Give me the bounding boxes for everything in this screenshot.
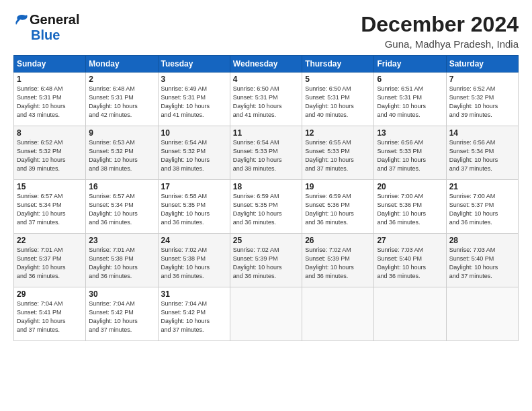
header-tuesday: Tuesday	[158, 56, 230, 73]
week-row-3: 15Sunrise: 6:57 AM Sunset: 5:34 PM Dayli…	[14, 180, 519, 234]
table-row: 10Sunrise: 6:54 AM Sunset: 5:32 PM Dayli…	[158, 126, 230, 180]
day-number: 17	[161, 182, 227, 191]
table-row: 13Sunrise: 6:56 AM Sunset: 5:33 PM Dayli…	[374, 126, 446, 180]
day-number: 30	[89, 289, 154, 299]
day-info: Sunrise: 6:48 AM Sunset: 5:31 PM Dayligh…	[17, 85, 83, 120]
table-row: 31Sunrise: 7:04 AM Sunset: 5:42 PM Dayli…	[158, 287, 230, 341]
day-info: Sunrise: 6:49 AM Sunset: 5:31 PM Dayligh…	[161, 85, 227, 120]
table-row	[374, 287, 446, 341]
day-info: Sunrise: 6:59 AM Sunset: 5:36 PM Dayligh…	[305, 192, 371, 227]
table-row	[302, 287, 374, 341]
day-info: Sunrise: 7:04 AM Sunset: 5:42 PM Dayligh…	[161, 300, 227, 334]
logo-text-general: General	[30, 12, 79, 28]
day-info: Sunrise: 6:52 AM Sunset: 5:32 PM Dayligh…	[449, 85, 515, 120]
table-row: 3Sunrise: 6:49 AM Sunset: 5:31 PM Daylig…	[158, 73, 230, 126]
table-row: 11Sunrise: 6:54 AM Sunset: 5:33 PM Dayli…	[230, 126, 302, 180]
day-info: Sunrise: 7:03 AM Sunset: 5:40 PM Dayligh…	[449, 246, 515, 281]
day-number: 27	[377, 236, 443, 245]
table-row: 17Sunrise: 6:58 AM Sunset: 5:35 PM Dayli…	[158, 180, 230, 234]
day-number: 4	[233, 75, 299, 84]
logo: General Blue	[13, 12, 79, 43]
day-number: 18	[233, 182, 299, 191]
table-row: 28Sunrise: 7:03 AM Sunset: 5:40 PM Dayli…	[446, 234, 518, 287]
day-info: Sunrise: 6:54 AM Sunset: 5:33 PM Dayligh…	[233, 138, 299, 173]
day-number: 25	[233, 236, 299, 245]
header-wednesday: Wednesday	[230, 56, 302, 73]
table-row: 29Sunrise: 7:04 AM Sunset: 5:41 PM Dayli…	[14, 287, 86, 341]
title-block: December 2024 Guna, Madhya Pradesh, Indi…	[361, 12, 519, 50]
table-row	[230, 287, 302, 341]
day-info: Sunrise: 6:55 AM Sunset: 5:33 PM Dayligh…	[305, 138, 371, 173]
day-number: 3	[161, 75, 227, 84]
day-number: 31	[161, 289, 227, 299]
day-number: 24	[161, 236, 227, 245]
header-saturday: Saturday	[446, 56, 518, 73]
table-row: 5Sunrise: 6:50 AM Sunset: 5:31 PM Daylig…	[302, 73, 374, 126]
logo-bird-icon	[13, 14, 28, 26]
day-info: Sunrise: 7:01 AM Sunset: 5:37 PM Dayligh…	[17, 246, 83, 281]
day-info: Sunrise: 7:02 AM Sunset: 5:38 PM Dayligh…	[161, 246, 227, 281]
table-row: 26Sunrise: 7:02 AM Sunset: 5:39 PM Dayli…	[302, 234, 374, 287]
day-number: 5	[305, 75, 371, 84]
day-info: Sunrise: 7:00 AM Sunset: 5:36 PM Dayligh…	[377, 192, 443, 227]
day-number: 22	[17, 236, 83, 245]
table-row: 2Sunrise: 6:48 AM Sunset: 5:31 PM Daylig…	[86, 73, 158, 126]
day-info: Sunrise: 7:04 AM Sunset: 5:42 PM Dayligh…	[89, 300, 154, 334]
day-number: 9	[89, 128, 154, 138]
day-info: Sunrise: 7:02 AM Sunset: 5:39 PM Dayligh…	[305, 246, 371, 281]
header-friday: Friday	[374, 56, 446, 73]
table-row: 15Sunrise: 6:57 AM Sunset: 5:34 PM Dayli…	[14, 180, 86, 234]
day-number: 23	[89, 236, 154, 245]
table-row: 6Sunrise: 6:51 AM Sunset: 5:31 PM Daylig…	[374, 73, 446, 126]
table-row: 16Sunrise: 6:57 AM Sunset: 5:34 PM Dayli…	[86, 180, 158, 234]
table-row: 25Sunrise: 7:02 AM Sunset: 5:39 PM Dayli…	[230, 234, 302, 287]
week-row-4: 22Sunrise: 7:01 AM Sunset: 5:37 PM Dayli…	[14, 234, 519, 287]
day-info: Sunrise: 6:53 AM Sunset: 5:32 PM Dayligh…	[89, 138, 154, 173]
day-info: Sunrise: 7:02 AM Sunset: 5:39 PM Dayligh…	[233, 246, 299, 281]
day-number: 16	[89, 182, 154, 191]
calendar-subtitle: Guna, Madhya Pradesh, India	[361, 38, 519, 50]
day-info: Sunrise: 7:00 AM Sunset: 5:37 PM Dayligh…	[449, 192, 515, 227]
day-number: 14	[449, 128, 515, 138]
day-number: 21	[449, 182, 515, 191]
day-info: Sunrise: 6:57 AM Sunset: 5:34 PM Dayligh…	[17, 192, 83, 227]
header-sunday: Sunday	[14, 56, 86, 73]
day-number: 1	[17, 75, 83, 84]
page: General Blue December 2024 Guna, Madhya …	[0, 0, 532, 411]
calendar-title: December 2024	[361, 12, 519, 37]
day-number: 2	[89, 75, 154, 84]
header-monday: Monday	[86, 56, 158, 73]
day-number: 11	[233, 128, 299, 138]
table-row: 23Sunrise: 7:01 AM Sunset: 5:38 PM Dayli…	[86, 234, 158, 287]
week-row-2: 8Sunrise: 6:52 AM Sunset: 5:32 PM Daylig…	[14, 126, 519, 180]
day-info: Sunrise: 6:58 AM Sunset: 5:35 PM Dayligh…	[161, 192, 227, 227]
day-info: Sunrise: 6:57 AM Sunset: 5:34 PM Dayligh…	[89, 192, 154, 227]
day-number: 7	[449, 75, 515, 84]
table-row: 4Sunrise: 6:50 AM Sunset: 5:31 PM Daylig…	[230, 73, 302, 126]
day-number: 13	[377, 128, 443, 138]
day-number: 6	[377, 75, 443, 84]
day-number: 10	[161, 128, 227, 138]
table-row: 18Sunrise: 6:59 AM Sunset: 5:35 PM Dayli…	[230, 180, 302, 234]
table-row: 8Sunrise: 6:52 AM Sunset: 5:32 PM Daylig…	[14, 126, 86, 180]
day-info: Sunrise: 6:54 AM Sunset: 5:32 PM Dayligh…	[161, 138, 227, 173]
table-row: 12Sunrise: 6:55 AM Sunset: 5:33 PM Dayli…	[302, 126, 374, 180]
week-row-1: 1Sunrise: 6:48 AM Sunset: 5:31 PM Daylig…	[14, 73, 519, 126]
table-row: 27Sunrise: 7:03 AM Sunset: 5:40 PM Dayli…	[374, 234, 446, 287]
calendar-table: Sunday Monday Tuesday Wednesday Thursday…	[13, 55, 519, 341]
table-row: 1Sunrise: 6:48 AM Sunset: 5:31 PM Daylig…	[14, 73, 86, 126]
day-number: 26	[305, 236, 371, 245]
table-row: 14Sunrise: 6:56 AM Sunset: 5:34 PM Dayli…	[446, 126, 518, 180]
table-row: 21Sunrise: 7:00 AM Sunset: 5:37 PM Dayli…	[446, 180, 518, 234]
day-info: Sunrise: 6:48 AM Sunset: 5:31 PM Dayligh…	[89, 85, 154, 120]
day-number: 12	[305, 128, 371, 138]
day-info: Sunrise: 6:52 AM Sunset: 5:32 PM Dayligh…	[17, 138, 83, 173]
day-number: 19	[305, 182, 371, 191]
day-number: 29	[17, 289, 83, 299]
table-row	[446, 287, 518, 341]
table-row: 19Sunrise: 6:59 AM Sunset: 5:36 PM Dayli…	[302, 180, 374, 234]
day-number: 28	[449, 236, 515, 245]
day-info: Sunrise: 6:59 AM Sunset: 5:35 PM Dayligh…	[233, 192, 299, 227]
table-row: 20Sunrise: 7:00 AM Sunset: 5:36 PM Dayli…	[374, 180, 446, 234]
day-number: 15	[17, 182, 83, 191]
